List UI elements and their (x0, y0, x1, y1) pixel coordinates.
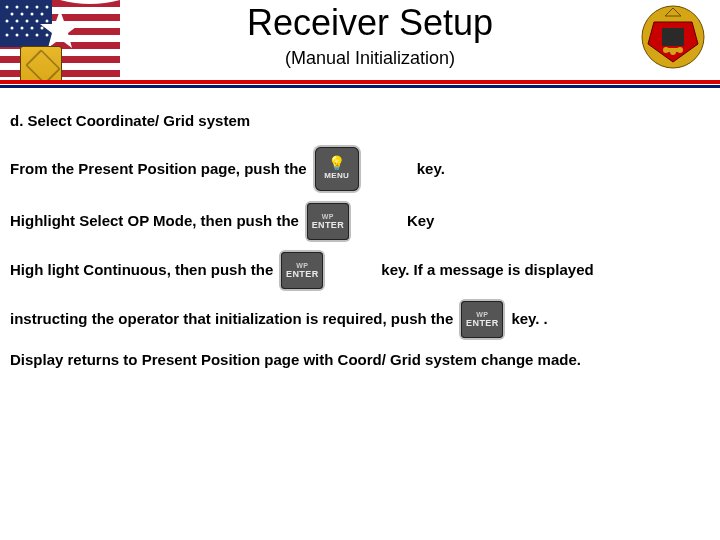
svg-point-19 (26, 20, 29, 23)
svg-point-29 (36, 34, 39, 37)
text: High light Continuous, then push the (10, 260, 273, 280)
svg-point-14 (21, 13, 24, 16)
text: key. If a message is displayed (381, 260, 593, 280)
key-label-top: WP (322, 213, 334, 220)
svg-point-10 (26, 6, 29, 9)
page-subtitle: (Manual Initialization) (120, 48, 620, 69)
instruction-line-5: Display returns to Present Position page… (10, 350, 710, 370)
svg-point-18 (16, 20, 19, 23)
svg-point-26 (6, 34, 9, 37)
lightbulb-icon: 💡 (328, 156, 345, 170)
slide-header: Receiver Setup (Manual Initialization) (0, 0, 720, 95)
header-divider (0, 80, 720, 90)
text: From the Present Position page, push the (10, 159, 307, 179)
unit-crest-right-icon (640, 4, 706, 70)
svg-point-27 (16, 34, 19, 37)
key-label-bottom: ENTER (312, 221, 345, 230)
text: Display returns to Present Position page… (10, 350, 581, 370)
svg-point-28 (26, 34, 29, 37)
svg-point-12 (46, 6, 49, 9)
key-label-top: WP (476, 311, 488, 318)
svg-point-24 (31, 27, 34, 30)
svg-point-15 (31, 13, 34, 16)
menu-key-icon: 💡 MENU (315, 147, 359, 191)
enter-key-icon: WP ENTER (307, 203, 349, 240)
text: instructing the operator that initializa… (10, 309, 453, 329)
svg-point-21 (46, 20, 49, 23)
instruction-line-4: instructing the operator that initializa… (10, 301, 710, 338)
svg-rect-32 (662, 28, 684, 46)
svg-point-22 (11, 27, 14, 30)
svg-point-20 (36, 20, 39, 23)
content-area: d. Select Coordinate/ Grid system From t… (10, 112, 710, 382)
section-heading: d. Select Coordinate/ Grid system (10, 112, 710, 129)
svg-point-13 (11, 13, 14, 16)
text: key. . (511, 309, 547, 329)
instruction-line-3: High light Continuous, then push the WP … (10, 252, 710, 289)
svg-rect-36 (664, 48, 682, 52)
svg-point-9 (16, 6, 19, 9)
text: Highlight Select OP Mode, then push the (10, 211, 299, 231)
svg-point-17 (6, 20, 9, 23)
instruction-line-1: From the Present Position page, push the… (10, 147, 710, 191)
svg-point-11 (36, 6, 39, 9)
svg-point-30 (46, 34, 49, 37)
key-label-top: WP (296, 262, 308, 269)
text: Key (407, 211, 435, 231)
key-label-bottom: ENTER (466, 319, 499, 328)
enter-key-icon: WP ENTER (281, 252, 323, 289)
svg-point-25 (41, 27, 44, 30)
text: key. (417, 159, 445, 179)
page-title: Receiver Setup (120, 2, 620, 44)
enter-key-icon: WP ENTER (461, 301, 503, 338)
svg-point-23 (21, 27, 24, 30)
instruction-line-2: Highlight Select OP Mode, then push the … (10, 203, 710, 240)
key-label: MENU (324, 171, 349, 182)
svg-point-16 (41, 13, 44, 16)
svg-point-8 (6, 6, 9, 9)
key-label-bottom: ENTER (286, 270, 319, 279)
